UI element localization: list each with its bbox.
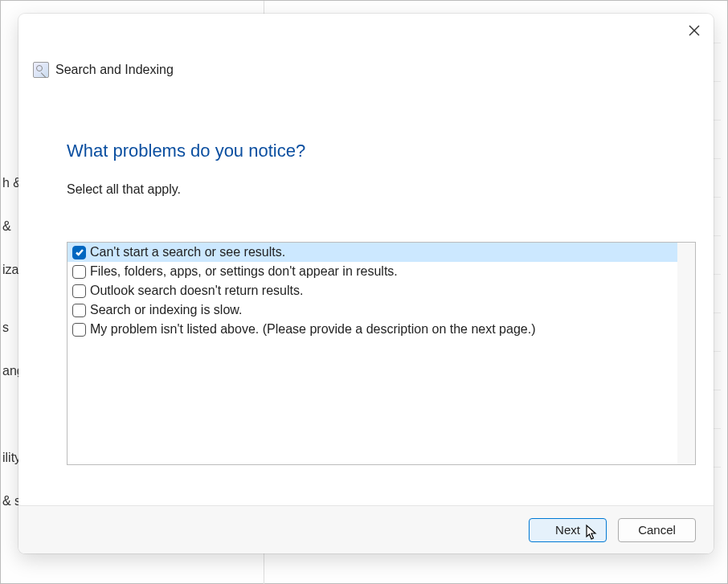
cancel-button[interactable]: Cancel	[618, 518, 696, 542]
problem-label: Can't start a search or see results.	[90, 245, 285, 259]
problem-label: Outlook search doesn't return results.	[90, 284, 303, 298]
check-icon	[75, 247, 84, 257]
checkbox[interactable]	[72, 284, 86, 298]
problem-item[interactable]: Files, folders, apps, or settings don't …	[67, 262, 695, 281]
next-button-label: Next	[555, 523, 580, 537]
problem-label: Files, folders, apps, or settings don't …	[90, 264, 398, 279]
close-icon	[688, 24, 701, 37]
problem-label: My problem isn't listed above. (Please p…	[90, 322, 535, 337]
problem-item[interactable]: Outlook search doesn't return results.	[67, 281, 695, 300]
checkbox[interactable]	[72, 323, 86, 337]
list-scrollbar-track[interactable]	[677, 243, 695, 464]
problem-item[interactable]: My problem isn't listed above. (Please p…	[67, 320, 695, 339]
close-button[interactable]	[683, 19, 706, 42]
checkbox[interactable]	[72, 246, 86, 259]
background-rows	[713, 5, 721, 559]
problem-list-wrapper: Can't start a search or see results. Fil…	[67, 242, 696, 465]
page-heading: What problems do you notice?	[67, 141, 696, 161]
troubleshooter-dialog: Search and Indexing What problems do you…	[18, 14, 714, 553]
cursor-icon	[585, 524, 599, 544]
page-subtext: Select all that apply.	[67, 182, 696, 197]
checkbox[interactable]	[72, 304, 86, 317]
cancel-button-label: Cancel	[638, 523, 676, 537]
dialog-body: What problems do you notice? Select all …	[18, 60, 714, 505]
problem-list: Can't start a search or see results. Fil…	[67, 242, 696, 465]
problem-label: Search or indexing is slow.	[90, 303, 242, 317]
checkbox[interactable]	[72, 265, 86, 279]
problem-item[interactable]: Can't start a search or see results.	[67, 243, 695, 262]
dialog-footer: Next Cancel	[18, 505, 714, 553]
dialog-header: Search and Indexing	[18, 14, 714, 60]
problem-item[interactable]: Search or indexing is slow.	[67, 300, 695, 320]
next-button[interactable]: Next	[529, 518, 607, 542]
